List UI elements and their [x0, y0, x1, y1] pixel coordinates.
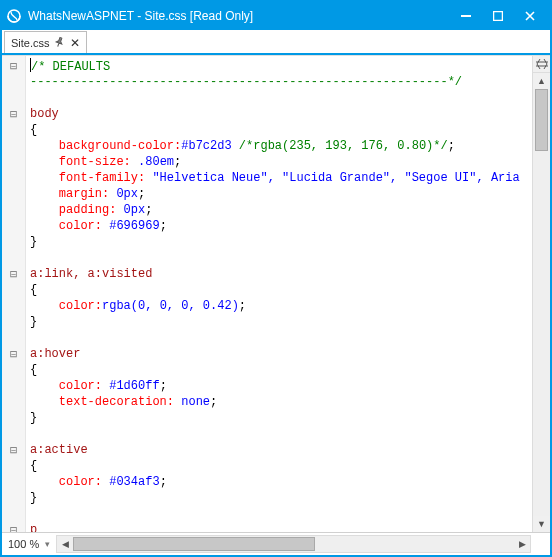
code-line[interactable]: }	[30, 234, 532, 250]
split-button[interactable]	[533, 56, 550, 73]
fold-toggle	[2, 506, 25, 522]
code-line[interactable]: p	[30, 522, 532, 532]
fold-toggle	[2, 218, 25, 234]
pin-icon[interactable]	[52, 35, 66, 50]
fold-toggle[interactable]: ⊟	[2, 442, 25, 458]
code-line[interactable]: {	[30, 458, 532, 474]
fold-toggle	[2, 490, 25, 506]
code-line[interactable]	[30, 250, 532, 266]
svg-rect-2	[494, 11, 503, 20]
scroll-left-arrow-icon[interactable]: ◀	[57, 536, 73, 552]
code-line[interactable]: color: #1d60ff;	[30, 378, 532, 394]
code-line[interactable]	[30, 426, 532, 442]
code-line[interactable]: ----------------------------------------…	[30, 74, 532, 90]
scroll-right-arrow-icon[interactable]: ▶	[514, 536, 530, 552]
fold-toggle[interactable]: ⊟	[2, 346, 25, 362]
code-line[interactable]: color:rgba(0, 0, 0, 0.42);	[30, 298, 532, 314]
svg-rect-1	[461, 15, 471, 17]
fold-toggle	[2, 138, 25, 154]
minimize-button[interactable]	[452, 6, 480, 26]
fold-toggle	[2, 362, 25, 378]
fold-toggle	[2, 426, 25, 442]
document-tab[interactable]: Site.css ✕	[4, 31, 87, 53]
code-editor[interactable]: /* DEFAULTS-----------------------------…	[26, 56, 532, 532]
fold-toggle	[2, 90, 25, 106]
code-line[interactable]	[30, 506, 532, 522]
code-line[interactable]: padding: 0px;	[30, 202, 532, 218]
status-bar: 100 % ▾ ◀ ▶	[2, 532, 550, 555]
fold-toggle[interactable]: ⊟	[2, 522, 25, 532]
tab-label: Site.css	[11, 37, 50, 49]
scroll-corner	[533, 533, 550, 555]
code-line[interactable]	[30, 90, 532, 106]
outline-gutter[interactable]: ⊟⊟⊟⊟⊟⊟	[2, 56, 26, 532]
code-line[interactable]: font-size: .80em;	[30, 154, 532, 170]
fold-toggle[interactable]: ⊟	[2, 106, 25, 122]
code-line[interactable]: {	[30, 282, 532, 298]
fold-toggle	[2, 170, 25, 186]
fold-toggle[interactable]: ⊟	[2, 266, 25, 282]
code-line[interactable]: a:active	[30, 442, 532, 458]
fold-toggle	[2, 298, 25, 314]
app-icon	[6, 8, 22, 24]
fold-toggle	[2, 394, 25, 410]
fold-toggle	[2, 378, 25, 394]
code-line[interactable]: text-decoration: none;	[30, 394, 532, 410]
fold-toggle	[2, 74, 25, 90]
zoom-level[interactable]: 100 %	[2, 538, 45, 550]
code-line[interactable]: color: #034af3;	[30, 474, 532, 490]
vertical-scrollbar[interactable]: ▲ ▼	[532, 56, 550, 532]
scroll-down-arrow-icon[interactable]: ▼	[533, 516, 550, 532]
fold-toggle	[2, 154, 25, 170]
zoom-dropdown-icon[interactable]: ▾	[45, 539, 56, 549]
horizontal-scrollbar[interactable]: ◀ ▶	[56, 535, 531, 553]
close-button[interactable]	[516, 6, 544, 26]
editor-area: ⊟⊟⊟⊟⊟⊟ /* DEFAULTS----------------------…	[2, 55, 550, 532]
fold-toggle	[2, 330, 25, 346]
fold-toggle	[2, 186, 25, 202]
scroll-track[interactable]	[533, 89, 550, 516]
fold-toggle	[2, 250, 25, 266]
fold-toggle	[2, 458, 25, 474]
window-title: WhatsNewASPNET - Site.css [Read Only]	[28, 9, 452, 23]
maximize-button[interactable]	[484, 6, 512, 26]
code-line[interactable]: color: #696969;	[30, 218, 532, 234]
fold-toggle	[2, 122, 25, 138]
scroll-thumb[interactable]	[535, 89, 548, 151]
code-line[interactable]: a:link, a:visited	[30, 266, 532, 282]
code-line[interactable]: }	[30, 314, 532, 330]
hscroll-thumb[interactable]	[73, 537, 315, 551]
hscroll-track[interactable]	[73, 536, 514, 552]
scroll-up-arrow-icon[interactable]: ▲	[533, 73, 550, 89]
code-line[interactable]: font-family: "Helvetica Neue", "Lucida G…	[30, 170, 532, 186]
app-window: WhatsNewASPNET - Site.css [Read Only] Si…	[0, 0, 552, 557]
fold-toggle	[2, 314, 25, 330]
code-line[interactable]	[30, 330, 532, 346]
code-line[interactable]: }	[30, 490, 532, 506]
code-line[interactable]: }	[30, 410, 532, 426]
window-controls	[452, 6, 544, 26]
fold-toggle	[2, 410, 25, 426]
fold-toggle[interactable]: ⊟	[2, 58, 25, 74]
code-line[interactable]: a:hover	[30, 346, 532, 362]
code-line[interactable]: body	[30, 106, 532, 122]
document-tab-strip: Site.css ✕	[2, 30, 550, 56]
title-bar[interactable]: WhatsNewASPNET - Site.css [Read Only]	[2, 2, 550, 30]
tab-close-button[interactable]: ✕	[68, 36, 82, 50]
fold-toggle	[2, 474, 25, 490]
code-line[interactable]: {	[30, 122, 532, 138]
fold-toggle	[2, 202, 25, 218]
fold-toggle	[2, 234, 25, 250]
fold-toggle	[2, 282, 25, 298]
code-line[interactable]: background-color:#b7c2d3 /*rgba(235, 193…	[30, 138, 532, 154]
code-line[interactable]: margin: 0px;	[30, 186, 532, 202]
code-line[interactable]: /* DEFAULTS	[30, 58, 532, 74]
code-line[interactable]: {	[30, 362, 532, 378]
